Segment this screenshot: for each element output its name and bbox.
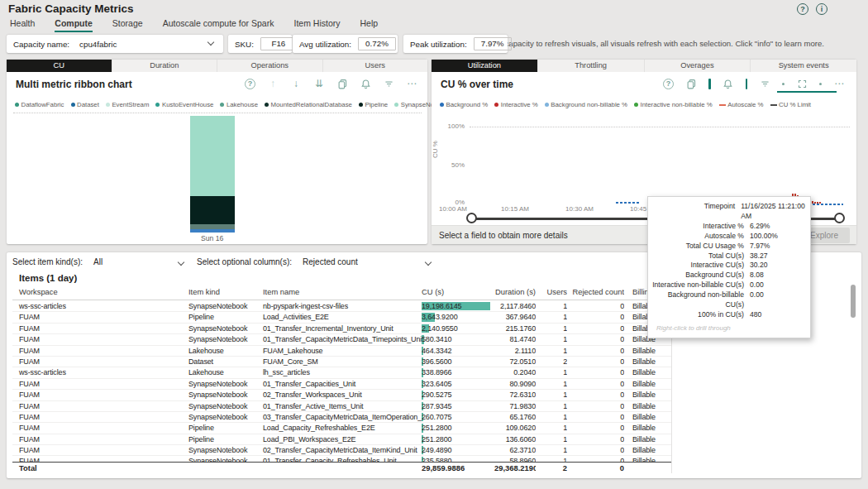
nav-tab-item-history[interactable]: Item History <box>293 18 340 32</box>
arrow-up-icon[interactable]: ↑ <box>267 78 279 89</box>
nav-tab-compute[interactable]: Compute <box>55 18 93 32</box>
legend-item-interactive-non-billable--[interactable]: Interactive non-billable % <box>634 101 713 108</box>
filter-icon[interactable] <box>759 78 770 89</box>
right-panel-tabstrip: UtilizationThrottlingOveragesSystem even… <box>432 60 856 72</box>
table-header-row[interactable]: WorkspaceItem kindItem nameCU (s)▼Durati… <box>12 287 671 296</box>
filter-icon[interactable] <box>383 78 394 89</box>
column-header-users[interactable]: Users <box>536 287 567 296</box>
table-row[interactable]: FUAMPipelineLoad_PBI_Workspaces_E2E251.2… <box>12 434 671 445</box>
table-row[interactable]: FUAMSynapseNotebook01_Transfer_Capacitie… <box>12 379 671 390</box>
table-row[interactable]: FUAMSynapseNotebook02_Transfer_CapacityM… <box>12 445 671 456</box>
legend-item-background-non-billable--[interactable]: Background non-billable % <box>545 101 627 108</box>
legend-item-kustoeventhouse[interactable]: KustoEventHouse <box>155 101 213 108</box>
cell-itemname: lh_ssc_articles <box>263 367 422 377</box>
nav-tab-storage[interactable]: Storage <box>112 18 143 32</box>
cu-value: 249.4890 <box>422 446 451 454</box>
tooltip-row: Background non-billable CU(s)0.00 <box>648 290 810 310</box>
cell-workspace: FUAM <box>12 357 188 367</box>
vertical-scrollbar[interactable] <box>851 285 856 318</box>
cell-cus: 396.5600 <box>422 357 494 367</box>
nav-tab-help[interactable]: Help <box>360 18 378 32</box>
tab-overages[interactable]: Overages <box>645 60 751 72</box>
column-header-rejectedcount[interactable]: Rejected count <box>567 287 624 296</box>
tab-operations[interactable]: Operations <box>217 60 323 72</box>
table-row[interactable]: ws-ssc-articlesSynapseNotebooknb-pyspark… <box>12 301 671 312</box>
column-header-itemname[interactable]: Item name <box>263 287 422 296</box>
bell-icon[interactable] <box>723 78 734 89</box>
cell-billingtype: Billable <box>624 445 670 455</box>
ribbon-segment-dataset[interactable] <box>190 229 235 233</box>
legend-item-lakehouse[interactable]: Lakehouse <box>220 101 258 108</box>
legend-item-dataflowfabric[interactable]: DataflowFabric <box>15 101 64 108</box>
help-icon[interactable]: ? <box>663 79 674 89</box>
tab-duration[interactable]: Duration <box>112 60 218 72</box>
cell-rejectedcount: 0 <box>567 390 624 400</box>
ribbon-segment-synapsenotebook[interactable] <box>190 116 235 196</box>
tab-throttling[interactable]: Throttling <box>538 60 645 72</box>
cell-rejectedcount: 0 <box>567 434 624 444</box>
cell-rejectedcount: 0 <box>567 423 624 433</box>
info-icon[interactable]: i <box>816 3 827 15</box>
slider-handle-left[interactable] <box>466 213 477 223</box>
ribbon-stacked-bar[interactable] <box>190 116 235 233</box>
table-row[interactable]: FUAMDatasetFUAM_Core_SM396.560072.051020… <box>12 357 671 367</box>
help-icon[interactable]: ? <box>245 79 255 89</box>
table-row[interactable]: FUAMSynapseNotebook01_Transfer_CapacityM… <box>12 334 671 345</box>
table-row[interactable]: FUAMSynapseNotebook01_Transfer_Active_It… <box>12 401 671 412</box>
legend-item-dataset[interactable]: Dataset <box>71 101 99 108</box>
cell-cus: 251.2800 <box>422 434 494 444</box>
table-row[interactable]: FUAMSynapseNotebook02_Transfer_Workspace… <box>12 390 671 400</box>
legend-item-mountedrelationaldatabase[interactable]: MountedRelationalDatabase <box>265 101 352 108</box>
cell-rejectedcount: 0 <box>567 334 624 344</box>
table-row[interactable]: FUAMLakehouseFUAM_Lakehouse464.33422.111… <box>12 346 671 357</box>
column-header-workspace[interactable]: Workspace <box>12 287 188 296</box>
item-kind-dropdown[interactable]: Select item kind(s): All <box>12 257 184 266</box>
tab-cu[interactable]: CU <box>7 60 112 72</box>
bell-icon[interactable] <box>360 78 371 89</box>
dot-swatch <box>394 103 398 107</box>
copy-icon[interactable] <box>336 78 348 89</box>
table-row[interactable]: FUAMSynapseNotebook03_Transfer_CapacityM… <box>12 412 671 423</box>
dot-swatch <box>494 103 498 107</box>
tooltip-value: 8.08 <box>750 271 764 280</box>
help-icon[interactable]: ? <box>797 3 808 15</box>
double-arrow-down-icon[interactable]: ⇊ <box>313 78 325 89</box>
legend-item-eventstream[interactable]: EventStream <box>106 101 150 108</box>
table-row[interactable]: ws-ssc-articlesLakehouselh_ssc_articles3… <box>12 367 671 378</box>
cell-itemkind: SynapseNotebook <box>188 390 263 400</box>
total-cell <box>624 463 670 473</box>
more-options-icon[interactable]: ⋯ <box>406 78 417 89</box>
table-row[interactable]: FUAMPipelineLoad_Capacity_Refreshables_E… <box>12 423 671 434</box>
legend-item-pipeline[interactable]: Pipeline <box>359 101 388 108</box>
cell-itemname: Load_PBI_Workspaces_E2E <box>263 434 422 444</box>
background-series-segment[interactable] <box>616 202 639 204</box>
more-options-icon[interactable]: ⋯ <box>833 78 845 89</box>
tab-users[interactable]: Users <box>323 60 428 72</box>
tab-utilization[interactable]: Utilization <box>432 60 538 72</box>
chevron-down-icon <box>207 39 214 46</box>
focus-icon[interactable] <box>796 78 808 89</box>
table-row[interactable]: FUAMSynapseNotebook01_Transfer_Increment… <box>12 324 671 334</box>
arrow-down-icon[interactable]: ↓ <box>290 78 302 89</box>
capacity-name-dropdown[interactable]: Capacity name: cpu4fabric <box>7 35 223 53</box>
copy-icon[interactable] <box>685 78 697 89</box>
slider-handle-right[interactable] <box>834 213 845 223</box>
legend-item-cu---limit[interactable]: CU % Limit <box>770 101 812 108</box>
optional-column-dropdown[interactable]: Select optional column(s): Rejected coun… <box>197 257 431 266</box>
nav-tab-autoscale-compute-for-spark[interactable]: Autoscale compute for Spark <box>163 18 274 32</box>
nav-tab-health[interactable]: Health <box>10 18 35 32</box>
cell-billingtype: Billable <box>624 367 670 377</box>
column-header-durations[interactable]: Duration (s) <box>494 287 536 296</box>
legend-item-autoscale--[interactable]: Autoscale % <box>719 101 764 108</box>
legend-item-background--[interactable]: Background % <box>440 101 488 108</box>
cell-durations: 62.3710 <box>494 445 536 455</box>
table-row[interactable]: FUAMPipelineLoad_Activities_E2E3,643.920… <box>12 312 671 323</box>
ribbon-segment-pipeline[interactable] <box>190 196 235 224</box>
legend-item-interactive--[interactable]: Interactive % <box>494 101 538 108</box>
table-row[interactable]: FUAMSynapseNotebook01_Transfer_Capacity_… <box>12 456 671 461</box>
cell-itemname: 02_Transfer_CapacityMetricData_ItemKind_… <box>263 445 422 455</box>
column-header-cus[interactable]: CU (s)▼ <box>422 287 494 296</box>
tab-system-events[interactable]: System events <box>751 60 856 72</box>
column-header-itemkind[interactable]: Item kind <box>188 287 263 296</box>
cell-itemkind: Dataset <box>188 357 263 367</box>
